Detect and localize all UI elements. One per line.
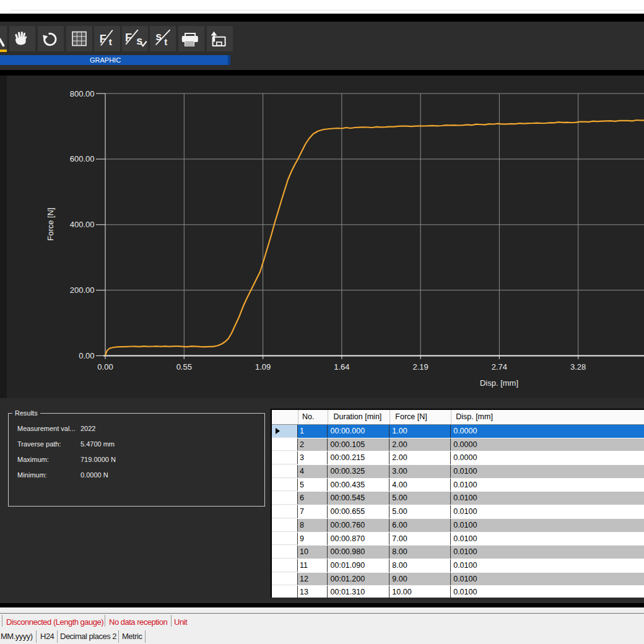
svg-text:Force [N]: Force [N] bbox=[46, 207, 55, 240]
svg-text:0.00: 0.00 bbox=[97, 362, 113, 372]
svg-text:Disp. [mm]: Disp. [mm] bbox=[480, 378, 518, 388]
svg-text:0.00: 0.00 bbox=[79, 351, 94, 360]
svg-text:800.00: 800.00 bbox=[70, 89, 95, 98]
svg-text:600.00: 600.00 bbox=[70, 154, 95, 163]
svg-text:s: s bbox=[155, 30, 162, 43]
svg-text:2.74: 2.74 bbox=[492, 362, 507, 372]
svg-text:0.55: 0.55 bbox=[176, 362, 192, 372]
svg-text:1.09: 1.09 bbox=[255, 362, 271, 372]
svg-text:400.00: 400.00 bbox=[70, 220, 95, 229]
svg-text:2.19: 2.19 bbox=[412, 362, 428, 372]
svg-text:t: t bbox=[164, 37, 167, 47]
svg-text:t: t bbox=[109, 37, 112, 47]
svg-text:3.28: 3.28 bbox=[570, 362, 586, 372]
svg-text:1.64: 1.64 bbox=[334, 362, 349, 372]
svg-text:200.00: 200.00 bbox=[70, 285, 95, 295]
